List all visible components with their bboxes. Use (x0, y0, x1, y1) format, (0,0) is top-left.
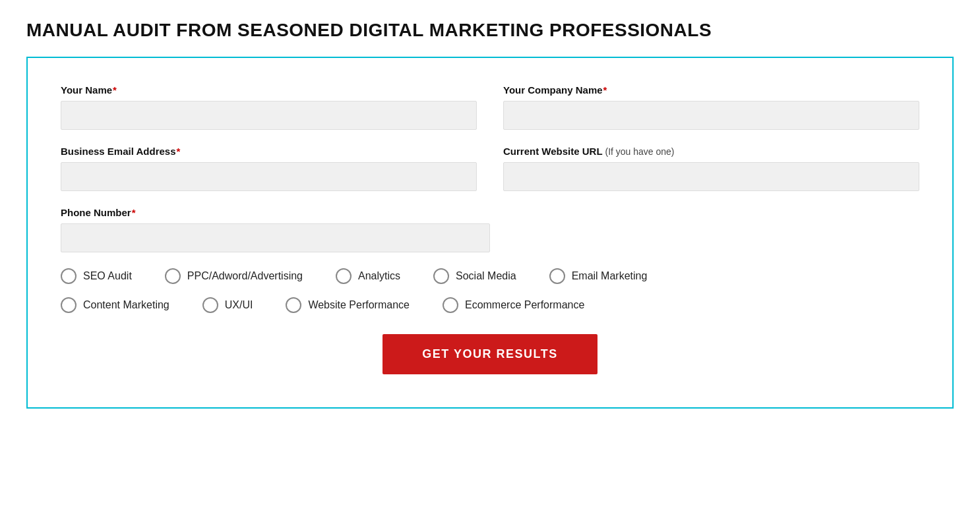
checkbox-row-2: Content Marketing UX/UI Website Performa… (61, 297, 919, 313)
submit-button[interactable]: GET YOUR RESULTS (383, 334, 597, 374)
form-row-3: Phone Number* (61, 207, 490, 252)
company-name-input[interactable] (503, 101, 919, 130)
your-name-input[interactable] (61, 101, 477, 130)
radio-content-marketing[interactable] (61, 297, 77, 313)
radio-seo-audit[interactable] (61, 268, 77, 284)
form-container: Your Name* Your Company Name* Business E… (26, 57, 954, 409)
checkbox-website-performance[interactable]: Website Performance (286, 297, 410, 313)
website-url-label: Current Website URL (If you have one) (503, 146, 919, 157)
phone-number-group: Phone Number* (61, 207, 490, 252)
company-name-group: Your Company Name* (503, 84, 919, 130)
radio-email-marketing[interactable] (549, 268, 565, 284)
checkbox-seo-audit[interactable]: SEO Audit (61, 268, 132, 284)
checkbox-analytics[interactable]: Analytics (336, 268, 400, 284)
phone-number-label: Phone Number* (61, 207, 490, 218)
your-name-group: Your Name* (61, 84, 477, 130)
website-url-input[interactable] (503, 162, 919, 191)
radio-website-performance[interactable] (286, 297, 301, 313)
checkbox-row-1: SEO Audit PPC/Adword/Advertising Analyti… (61, 268, 919, 284)
checkbox-ux-ui[interactable]: UX/UI (202, 297, 253, 313)
radio-social-media[interactable] (433, 268, 449, 284)
form-row-2: Business Email Address* Current Website … (61, 146, 919, 191)
radio-ux-ui[interactable] (202, 297, 218, 313)
radio-analytics[interactable] (336, 268, 352, 284)
form-row-1: Your Name* Your Company Name* (61, 84, 919, 130)
business-email-label: Business Email Address* (61, 146, 477, 157)
phone-number-input[interactable] (61, 223, 490, 252)
checkbox-ecommerce-performance[interactable]: Ecommerce Performance (443, 297, 584, 313)
checkbox-email-marketing[interactable]: Email Marketing (549, 268, 648, 284)
radio-ppc[interactable] (165, 268, 181, 284)
checkbox-content-marketing[interactable]: Content Marketing (61, 297, 169, 313)
company-name-label: Your Company Name* (503, 84, 919, 96)
page-title: MANUAL AUDIT FROM SEASONED DIGITAL MARKE… (26, 20, 954, 41)
business-email-group: Business Email Address* (61, 146, 477, 191)
checkbox-ppc[interactable]: PPC/Adword/Advertising (165, 268, 303, 284)
business-email-input[interactable] (61, 162, 477, 191)
checkboxes-section: SEO Audit PPC/Adword/Advertising Analyti… (61, 268, 919, 313)
your-name-label: Your Name* (61, 84, 477, 96)
website-url-group: Current Website URL (If you have one) (503, 146, 919, 191)
submit-section: GET YOUR RESULTS (61, 334, 919, 374)
checkbox-social-media[interactable]: Social Media (433, 268, 516, 284)
radio-ecommerce-performance[interactable] (443, 297, 458, 313)
